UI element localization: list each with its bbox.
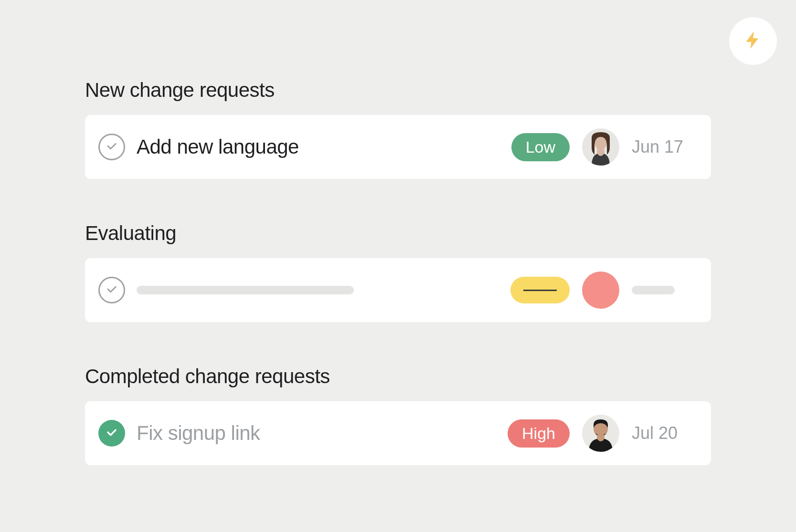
priority-badge-high[interactable]: High — [508, 419, 570, 448]
bolt-icon — [743, 30, 764, 52]
section-title: New change requests — [85, 79, 711, 102]
check-icon — [105, 426, 118, 441]
assignee-avatar-placeholder[interactable] — [582, 271, 619, 309]
assignee-avatar[interactable] — [582, 128, 619, 166]
section-new-change-requests: New change requests Add new language Low — [85, 79, 711, 179]
placeholder-bar — [137, 286, 354, 294]
task-title-placeholder — [137, 286, 499, 294]
assignee-avatar[interactable] — [582, 415, 619, 452]
check-icon — [105, 139, 118, 155]
task-title: Fix signup link — [137, 422, 496, 445]
task-complete-checkbox[interactable] — [98, 277, 125, 303]
svg-point-5 — [597, 433, 605, 441]
automation-button[interactable] — [729, 17, 777, 65]
priority-badge-medium[interactable] — [510, 277, 570, 303]
task-board: New change requests Add new language Low — [0, 0, 796, 465]
task-due-date: Jul 20 — [632, 423, 694, 443]
priority-badge-low[interactable]: Low — [511, 133, 570, 161]
task-complete-checkbox-checked[interactable] — [98, 420, 125, 447]
check-icon — [105, 282, 118, 298]
task-title: Add new language — [137, 136, 500, 158]
task-due-date: Jun 17 — [632, 137, 694, 157]
section-title: Evaluating — [85, 222, 711, 245]
task-complete-checkbox[interactable] — [98, 134, 125, 160]
task-card[interactable]: Add new language Low Jun 17 — [85, 115, 711, 179]
placeholder-bar — [632, 286, 675, 294]
section-completed-change-requests: Completed change requests Fix signup lin… — [85, 365, 711, 465]
task-card[interactable]: Fix signup link High Jul 20 — [85, 401, 711, 465]
svg-point-2 — [597, 146, 605, 156]
section-title: Completed change requests — [85, 365, 711, 388]
task-card[interactable] — [85, 258, 711, 322]
task-due-date-placeholder — [632, 286, 694, 294]
priority-line — [523, 290, 557, 291]
section-evaluating: Evaluating — [85, 222, 711, 322]
